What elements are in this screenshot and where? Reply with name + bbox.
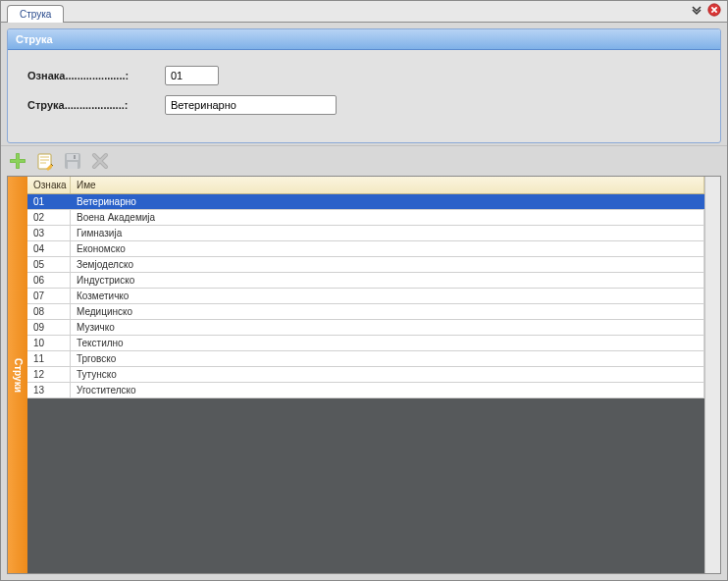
table-row[interactable]: 09Музичко — [27, 320, 704, 336]
tab-controls — [690, 3, 721, 17]
svg-rect-9 — [74, 155, 76, 159]
svg-rect-4 — [11, 160, 26, 163]
close-icon[interactable] — [707, 3, 721, 17]
cell-name: Козметичко — [71, 289, 704, 303]
table-row[interactable]: 06Индустриско — [27, 273, 704, 289]
cell-name: Музичко — [71, 320, 704, 335]
cell-name: Медицинско — [71, 304, 704, 319]
cell-name: Земјоделско — [71, 257, 704, 272]
cell-name: Ветеринарно — [71, 194, 704, 209]
table-row[interactable]: 07Козметичко — [27, 289, 704, 304]
grid-sidebar-label[interactable]: Струки — [8, 177, 27, 573]
cell-code: 03 — [27, 226, 71, 240]
cell-code: 13 — [27, 383, 71, 397]
table-row[interactable]: 03Гимназија — [27, 226, 704, 241]
table-row[interactable]: 05Земјоделско — [27, 257, 704, 273]
minimize-icon[interactable] — [690, 3, 703, 17]
grid-table: Ознака Име 01Ветеринарно02Воена Академиј… — [27, 177, 704, 573]
app-window: Струка Струка Ознака....................… — [0, 0, 728, 581]
table-row[interactable]: 04Економско — [27, 241, 704, 257]
cell-code: 08 — [27, 304, 71, 319]
grid-content: Ознака Име 01Ветеринарно02Воена Академиј… — [27, 177, 720, 573]
save-button[interactable] — [62, 150, 83, 172]
form-row-code: Ознака....................: — [27, 66, 701, 85]
input-code[interactable] — [165, 66, 219, 85]
form-row-name: Струка....................: — [27, 95, 701, 115]
toolbar — [1, 145, 727, 176]
cell-code: 01 — [27, 194, 71, 209]
tab-bar: Струка — [1, 1, 727, 23]
cell-code: 05 — [27, 257, 71, 272]
cell-code: 12 — [27, 367, 71, 382]
panel-body: Ознака....................: Струка......… — [8, 50, 720, 142]
table-row[interactable]: 12Тутунско — [27, 367, 704, 383]
delete-button[interactable] — [89, 150, 111, 172]
cell-code: 06 — [27, 273, 71, 288]
grid-body: 01Ветеринарно02Воена Академија03Гимназиј… — [27, 194, 704, 398]
cell-name: Трговско — [71, 351, 704, 366]
cell-name: Економско — [71, 241, 704, 256]
grid-header-code[interactable]: Ознака — [27, 177, 71, 193]
input-name[interactable] — [165, 95, 337, 115]
svg-rect-7 — [67, 154, 78, 160]
table-row[interactable]: 13Угостителско — [27, 383, 704, 398]
cell-code: 04 — [27, 241, 71, 256]
grid-header-name[interactable]: Име — [71, 177, 704, 193]
cell-name: Текстилно — [71, 336, 704, 350]
cell-code: 02 — [27, 210, 71, 225]
table-row[interactable]: 11Трговско — [27, 351, 704, 367]
label-code: Ознака....................: — [27, 70, 165, 81]
grid-header: Ознака Име — [27, 177, 704, 194]
grid-wrap: Струки Ознака Име 01Ветеринарно02Воена А… — [7, 176, 721, 574]
svg-rect-8 — [68, 162, 78, 169]
cell-name: Угостителско — [71, 383, 704, 397]
cell-code: 07 — [27, 289, 71, 303]
panel-title: Струка — [8, 29, 720, 50]
cell-name: Индустриско — [71, 273, 704, 288]
edit-button[interactable] — [34, 150, 56, 172]
cell-code: 09 — [27, 320, 71, 335]
form-panel: Струка Ознака....................: Струк… — [7, 28, 721, 143]
add-button[interactable] — [7, 150, 28, 172]
label-name: Струка....................: — [27, 99, 165, 111]
table-row[interactable]: 02Воена Академија — [27, 210, 704, 226]
table-row[interactable]: 10Текстилно — [27, 336, 704, 351]
cell-name: Воена Академија — [71, 210, 704, 225]
table-row[interactable]: 01Ветеринарно — [27, 194, 704, 210]
cell-code: 11 — [27, 351, 71, 366]
cell-name: Гимназија — [71, 226, 704, 240]
tab-struka[interactable]: Струка — [7, 5, 64, 23]
grid-scrollbar[interactable] — [704, 177, 720, 573]
cell-code: 10 — [27, 336, 71, 350]
table-row[interactable]: 08Медицинско — [27, 304, 704, 320]
cell-name: Тутунско — [71, 367, 704, 382]
